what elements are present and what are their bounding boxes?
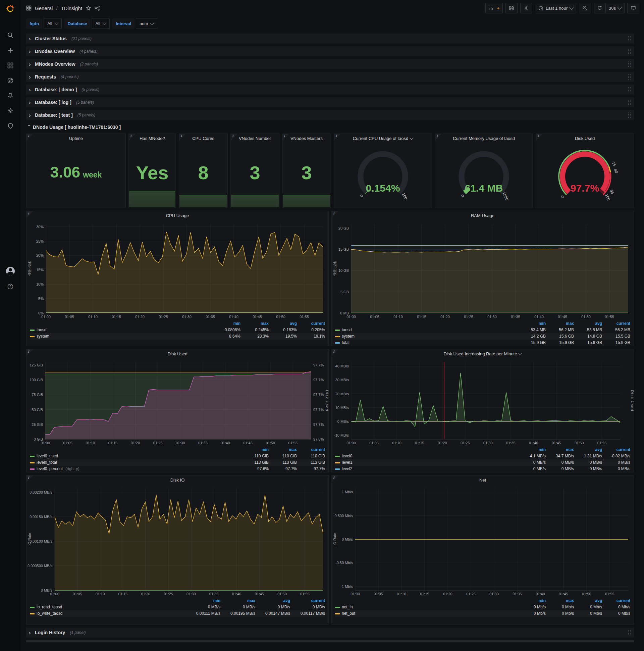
refresh-interval-select[interactable]: 30s <box>605 3 624 13</box>
panel-title[interactable]: Uptime <box>27 134 125 143</box>
breadcrumb-page[interactable]: TDinsight <box>61 5 82 11</box>
row-database-test[interactable]: › Database: [ test ] (5 panels) <box>26 110 634 120</box>
panel-title[interactable]: Disk Used Increasing Rate per Minute <box>332 349 634 359</box>
legend-col-min[interactable]: min <box>212 320 240 327</box>
legend-series-level0_percent[interactable]: level0_percent(right-y) <box>30 466 240 472</box>
dashboard-settings-button[interactable] <box>520 3 532 13</box>
info-icon[interactable]: i <box>284 134 285 138</box>
legend-series-level0[interactable]: level0 <box>335 453 518 459</box>
info-icon[interactable]: i <box>437 134 438 138</box>
panel-uptime[interactable]: i Uptime 3.06week <box>26 133 126 208</box>
zoom-out-button[interactable] <box>579 3 591 13</box>
row-dnodes-overview[interactable]: › DNodes Overview (4 panels) <box>26 46 634 56</box>
info-icon[interactable]: i <box>28 476 29 479</box>
legend-col-max[interactable]: max <box>546 598 574 604</box>
drag-handle-icon[interactable] <box>627 112 631 118</box>
star-icon[interactable] <box>86 5 91 11</box>
panel-title[interactable]: Current CPU Usage of taosd <box>334 134 432 143</box>
panel-cpu-usage[interactable]: i CPU Usage 01:0001:0501:1001:1501:2001:… <box>26 211 329 346</box>
drag-handle-icon[interactable] <box>627 74 631 80</box>
add-panel-button[interactable]: + <box>485 3 503 13</box>
panel-cpu-cores[interactable]: i CPU Cores 8 <box>179 133 228 208</box>
legend-col-current[interactable]: current <box>602 320 630 327</box>
panel-title[interactable]: VNodes Number <box>231 134 279 143</box>
disk-io-chart[interactable]: 01:0001:0501:1001:1501:2001:2501:3001:35… <box>27 485 328 597</box>
info-icon[interactable]: i <box>28 211 29 215</box>
variable-fqdn-value[interactable]: All <box>43 18 61 29</box>
cycle-view-button[interactable] <box>627 3 639 13</box>
info-icon[interactable]: i <box>537 134 539 138</box>
legend-col-min[interactable]: min <box>186 598 220 604</box>
panel-has-mnode[interactable]: i Has MNode? Yes <box>128 133 176 208</box>
disk-rate-chart[interactable]: 01:0001:0501:1001:1501:2001:2501:3001:35… <box>332 359 634 446</box>
legend-col-min[interactable]: min <box>518 598 546 604</box>
legend-col-min[interactable]: min <box>240 447 269 453</box>
legend-series-io_read_taosd[interactable]: io_read_taosd <box>30 604 186 610</box>
legend-col-current[interactable]: current <box>602 447 630 453</box>
legend-col-max[interactable]: max <box>546 320 574 327</box>
legend-series-system[interactable]: system <box>30 333 212 340</box>
info-icon[interactable]: i <box>335 134 337 138</box>
drag-handle-icon[interactable] <box>627 48 631 54</box>
panel-vnodes-number[interactable]: i VNodes Number 3 <box>230 133 280 208</box>
legend-col-current[interactable]: current <box>297 320 325 327</box>
panel-title[interactable]: Disk IO <box>27 475 328 485</box>
row-database-log[interactable]: › Database: [ log ] (5 panels) <box>26 97 634 107</box>
time-range-picker[interactable]: Last 1 hour <box>535 3 576 13</box>
create-plus-icon[interactable] <box>7 46 14 54</box>
drag-handle-icon[interactable] <box>627 99 631 105</box>
legend-series-net_out[interactable]: net_out <box>335 610 518 617</box>
panel-ram-usage[interactable]: i RAM Usage 01:0001:0501:1001:1501:2001:… <box>331 211 634 346</box>
explore-compass-icon[interactable] <box>7 77 14 84</box>
info-icon[interactable]: i <box>333 350 334 353</box>
legend-col-avg[interactable]: avg <box>255 598 290 604</box>
help-icon[interactable]: ? <box>7 283 14 290</box>
legend-col-min[interactable]: min <box>518 320 546 327</box>
admin-shield-icon[interactable] <box>7 122 14 129</box>
info-icon[interactable]: i <box>333 476 334 479</box>
info-icon[interactable]: i <box>28 134 29 138</box>
legend-col-max[interactable]: max <box>269 447 297 453</box>
legend-col-max[interactable]: max <box>220 598 255 604</box>
legend-series-taosd[interactable]: taosd <box>30 327 212 333</box>
legend-series-level0_used[interactable]: level0_used <box>30 453 240 459</box>
panel-net[interactable]: i Net 01:0001:0501:1001:1501:2001:2501:3… <box>331 475 634 625</box>
legend-col-avg[interactable]: avg <box>574 320 602 327</box>
net-chart[interactable]: 01:0001:0501:1001:1501:2001:2501:3001:35… <box>332 485 634 597</box>
grafana-logo[interactable] <box>0 0 21 18</box>
panel-title[interactable]: Disk Used <box>27 349 328 359</box>
panel-title[interactable]: Net <box>332 475 634 485</box>
row-database-demo[interactable]: › Database: [ demo ] (5 panels) <box>26 85 634 95</box>
ram-usage-chart[interactable]: 01:0001:0501:1001:1501:2001:2501:3001:35… <box>332 220 634 320</box>
legend-series-system[interactable]: system <box>335 333 518 340</box>
info-icon[interactable]: i <box>333 211 334 215</box>
panel-disk-used-gauge[interactable]: i Disk Used 0 75 80 95 100 97.7% <box>536 133 634 208</box>
panel-title[interactable]: Disk Used <box>536 134 634 143</box>
legend-col-current[interactable]: current <box>297 447 325 453</box>
legend-series-level2[interactable]: level2 <box>335 466 518 472</box>
legend-col-max[interactable]: max <box>546 447 574 453</box>
search-icon[interactable] <box>7 32 14 39</box>
row-requests[interactable]: › Requests (4 panels) <box>26 72 634 82</box>
alerting-bell-icon[interactable] <box>7 92 14 99</box>
panel-title[interactable]: RAM Usage <box>332 211 634 220</box>
drag-handle-icon[interactable] <box>627 87 631 93</box>
panel-title[interactable]: VNodes Masters <box>282 134 331 143</box>
panel-title[interactable]: Has MNode? <box>129 134 176 143</box>
variable-database-value[interactable]: All <box>92 18 109 29</box>
panel-title[interactable]: CPU Cores <box>179 134 227 143</box>
panel-disk-rate-chart[interactable]: i Disk Used Increasing Rate per Minute 0… <box>331 349 634 472</box>
panel-disk-io[interactable]: i Disk IO 01:0001:0501:1001:1501:2001:25… <box>26 475 329 625</box>
breadcrumb-section[interactable]: General <box>35 5 53 11</box>
legend-col-current[interactable]: current <box>290 598 325 604</box>
panel-title[interactable]: CPU Usage <box>27 211 328 220</box>
info-icon[interactable]: i <box>232 134 233 138</box>
drag-handle-icon[interactable] <box>627 36 631 41</box>
configuration-gear-icon[interactable] <box>7 107 14 115</box>
panel-disk-used-chart[interactable]: i Disk Used 01:0001:0501:1001:1501:2001:… <box>26 349 329 472</box>
cpu-usage-chart[interactable]: 01:0001:0501:1001:1501:2001:2501:3001:35… <box>27 220 328 320</box>
drag-handle-icon[interactable] <box>627 629 631 636</box>
panel-current-cpu-gauge[interactable]: i Current CPU Usage of taosd 0 100 0.154… <box>334 133 432 208</box>
info-icon[interactable]: i <box>28 350 29 353</box>
info-icon[interactable]: i <box>130 134 131 138</box>
